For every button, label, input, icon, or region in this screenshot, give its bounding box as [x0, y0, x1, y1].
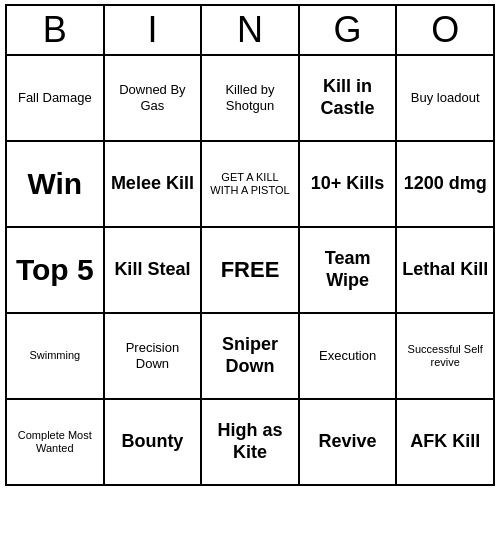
header-letter-i: I: [105, 6, 203, 56]
bingo-cell-20: Complete Most Wanted: [7, 400, 105, 486]
bingo-cell-1: Downed By Gas: [105, 56, 203, 142]
bingo-cell-23: Revive: [300, 400, 398, 486]
header-letter-o: O: [397, 6, 495, 56]
bingo-cell-10: Top 5: [7, 228, 105, 314]
bingo-cell-18: Execution: [300, 314, 398, 400]
header-letter-g: G: [300, 6, 398, 56]
bingo-cell-17: Sniper Down: [202, 314, 300, 400]
bingo-cell-6: Melee Kill: [105, 142, 203, 228]
bingo-cell-19: Successful Self revive: [397, 314, 495, 400]
bingo-cell-11: Kill Steal: [105, 228, 203, 314]
bingo-header: BINGO: [5, 4, 495, 56]
bingo-card: BINGO Fall DamageDowned By GasKilled by …: [5, 4, 495, 486]
bingo-cell-24: AFK Kill: [397, 400, 495, 486]
bingo-cell-13: Team Wipe: [300, 228, 398, 314]
header-letter-b: B: [7, 6, 105, 56]
bingo-cell-4: Buy loadout: [397, 56, 495, 142]
bingo-cell-0: Fall Damage: [7, 56, 105, 142]
bingo-cell-8: 10+ Kills: [300, 142, 398, 228]
bingo-cell-5: Win: [7, 142, 105, 228]
bingo-cell-9: 1200 dmg: [397, 142, 495, 228]
header-letter-n: N: [202, 6, 300, 56]
bingo-cell-15: Swimming: [7, 314, 105, 400]
bingo-cell-22: High as Kite: [202, 400, 300, 486]
bingo-cell-12: FREE: [202, 228, 300, 314]
bingo-cell-2: Killed by Shotgun: [202, 56, 300, 142]
bingo-cell-3: Kill in Castle: [300, 56, 398, 142]
bingo-cell-14: Lethal Kill: [397, 228, 495, 314]
bingo-cell-7: GET A KILL WITH A PISTOL: [202, 142, 300, 228]
bingo-grid: Fall DamageDowned By GasKilled by Shotgu…: [5, 56, 495, 486]
bingo-cell-16: Precision Down: [105, 314, 203, 400]
bingo-cell-21: Bounty: [105, 400, 203, 486]
